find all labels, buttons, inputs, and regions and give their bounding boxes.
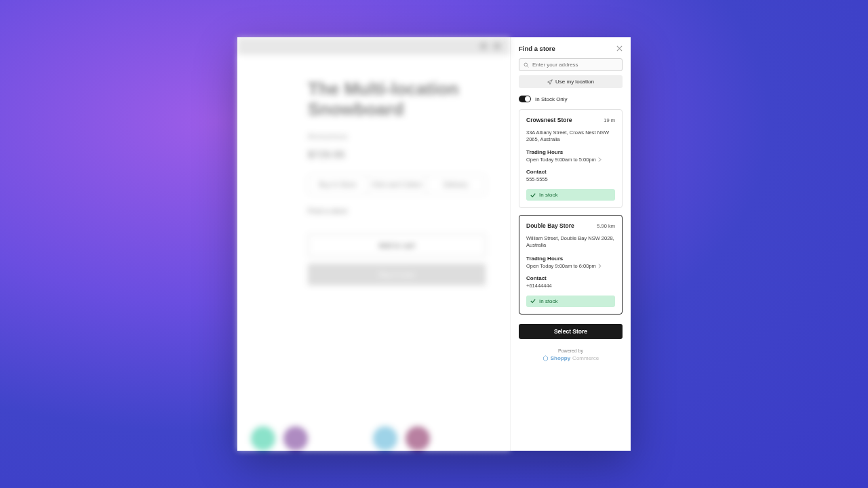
powered-by: Powered by Shoppy Commerce — [511, 348, 631, 361]
chevron-right-icon — [598, 264, 601, 268]
find-store-link[interactable]: Find a store — [308, 207, 486, 215]
swatch — [406, 426, 430, 451]
drawer-title: Find a store — [519, 45, 555, 52]
address-input[interactable] — [532, 62, 618, 68]
store-card-double-bay[interactable]: Double Bay Store 5.90 km William Street,… — [519, 215, 623, 314]
contact-value: +61444444 — [526, 283, 615, 289]
tab-delivery[interactable]: Delivery — [427, 176, 485, 194]
use-my-location-button[interactable]: Use my location — [519, 75, 623, 88]
brand-logo: Shoppy Commerce — [511, 355, 631, 361]
app-window: The Multi-location Snowboard Anonymous $… — [237, 37, 631, 451]
check-icon — [530, 298, 536, 304]
location-arrow-icon — [547, 79, 553, 85]
store-distance: 5.90 km — [597, 223, 615, 229]
product-page-blurred: The Multi-location Snowboard Anonymous $… — [237, 37, 510, 451]
trading-hours-label: Trading Hours — [526, 256, 615, 262]
store-name: Double Bay Store — [526, 222, 574, 229]
add-to-cart-button[interactable]: Add to cart — [308, 234, 486, 257]
trading-hours-value: Open Today 9:00am to 6:00pm — [526, 263, 615, 269]
in-stock-toggle[interactable] — [519, 96, 531, 102]
swatch — [373, 426, 397, 451]
tab-click-collect[interactable]: Click and Collect — [368, 176, 427, 194]
stock-badge: In stock — [526, 296, 615, 307]
tab-buy-in-store[interactable]: Buy In Store — [309, 176, 368, 194]
store-address: William Street, Double Bay NSW 2028, Aus… — [526, 235, 615, 249]
find-store-drawer: Find a store Use my location In Stock On… — [510, 37, 631, 451]
stock-badge: In stock — [526, 189, 615, 201]
product-thumbs-1 — [251, 426, 308, 451]
use-location-label: Use my location — [555, 79, 594, 85]
search-icon — [480, 43, 487, 49]
in-stock-toggle-label: In Stock Only — [535, 96, 568, 102]
fulfilment-tabs: Buy In Store Click and Collect Delivery — [308, 175, 486, 195]
store-distance: 19 m — [604, 117, 615, 123]
contact-label: Contact — [526, 275, 615, 281]
select-store-button[interactable]: Select Store — [519, 324, 623, 339]
topbar — [237, 37, 510, 55]
search-icon — [524, 62, 529, 68]
check-icon — [530, 192, 536, 198]
contact-label: Contact — [526, 169, 615, 175]
svg-point-0 — [524, 63, 528, 66]
close-icon[interactable] — [616, 45, 623, 52]
swatch — [251, 426, 275, 451]
in-stock-toggle-row: In Stock Only — [519, 96, 623, 102]
product-price: $729.95 — [308, 148, 486, 160]
product-thumbs-2 — [373, 426, 430, 451]
trading-hours-label: Trading Hours — [526, 149, 615, 155]
swatch — [283, 426, 308, 451]
trading-hours-value: Open Today 9:00am to 5:00pm — [526, 157, 615, 163]
chevron-right-icon — [598, 157, 601, 162]
cart-icon — [494, 43, 500, 49]
buy-now-button[interactable]: Buy it now — [308, 264, 486, 285]
contact-value: 555-5555 — [526, 176, 615, 182]
store-name: Crowsnest Store — [526, 117, 572, 123]
store-card-crowsnest[interactable]: Crowsnest Store 19 m 33A Albany Street, … — [519, 109, 623, 208]
store-address: 33A Albany Street, Crows Nest NSW 2065, … — [526, 129, 615, 143]
brand-icon — [542, 355, 549, 361]
address-search[interactable] — [519, 58, 623, 71]
drawer-header: Find a store — [511, 37, 631, 58]
product-title: The Multi-location Snowboard — [308, 79, 486, 120]
product-vendor: Anonymous — [308, 132, 486, 140]
